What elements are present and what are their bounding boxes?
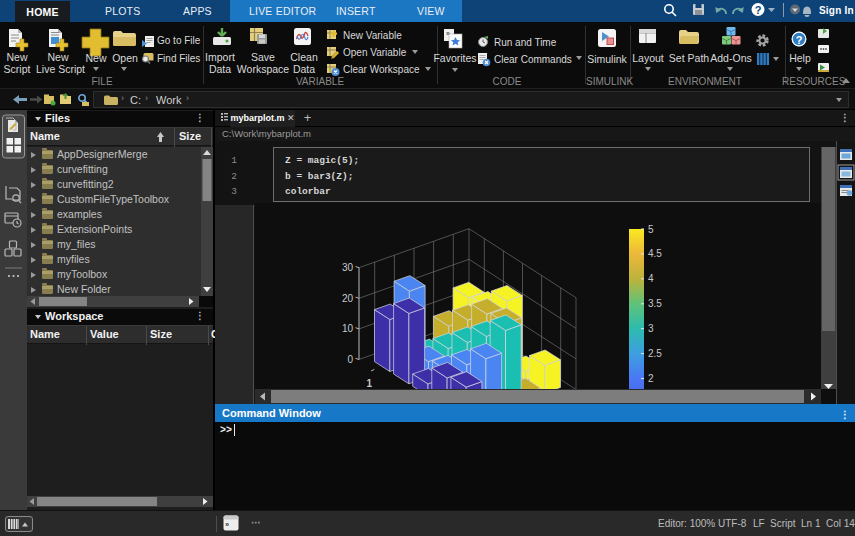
svg-text:5: 5 bbox=[648, 224, 654, 235]
svg-text:»: » bbox=[225, 521, 229, 529]
svg-text:4.5: 4.5 bbox=[648, 248, 662, 259]
svg-text:4: 4 bbox=[648, 273, 654, 284]
svg-text:20: 20 bbox=[342, 293, 354, 304]
svg-text:3.5: 3.5 bbox=[648, 298, 662, 309]
svg-text:?: ? bbox=[755, 4, 762, 16]
svg-text:2: 2 bbox=[648, 373, 654, 384]
svg-text:2.5: 2.5 bbox=[648, 348, 662, 359]
svg-text:3: 3 bbox=[648, 323, 654, 334]
svg-text:1: 1 bbox=[366, 378, 372, 389]
svg-text:0: 0 bbox=[347, 354, 353, 365]
svg-text:10: 10 bbox=[342, 323, 354, 334]
svg-text:30: 30 bbox=[342, 262, 354, 273]
svg-text:?: ? bbox=[796, 34, 803, 46]
